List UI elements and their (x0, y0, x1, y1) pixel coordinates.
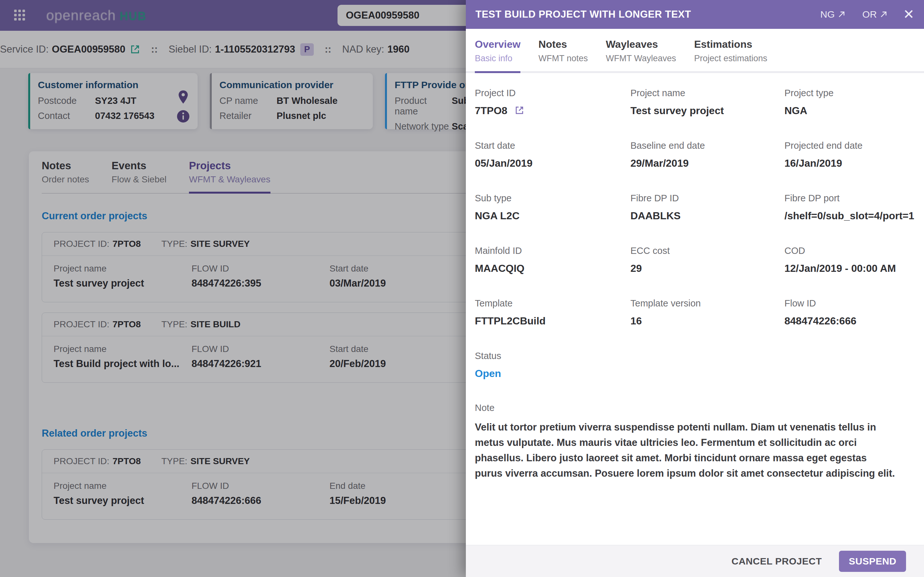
panel-tab-wayleaves[interactable]: Wayleaves WFMT Wayleaves (606, 39, 676, 73)
cancel-project-button[interactable]: CANCEL PROJECT (730, 556, 824, 567)
ng-link[interactable]: NG (821, 9, 846, 20)
panel-field-fibre-dp-id: Fibre DP ID DAABLKS (630, 193, 784, 222)
panel-field-note: Note Velit ut tortor pretium viverra sus… (475, 403, 896, 481)
panel-field-sub-type: Sub type NGA L2C (475, 193, 630, 222)
panel-fields-grid: Project ID 7TPO8 Project name Test surve… (475, 88, 896, 327)
panel-header: TEST BUILD PROJECT WITH LONGER TEXT NG O… (466, 0, 924, 29)
panel-field-fibre-dp-port: Fibre DP port /shelf=0/sub_slot=4/port=1 (784, 193, 914, 222)
note-text: Velit ut tortor pretium viverra suspendi… (475, 420, 896, 481)
panel-body: Project ID 7TPO8 Project name Test surve… (466, 73, 924, 545)
panel-field-status: Status Open (475, 351, 896, 380)
panel-footer: CANCEL PROJECT SUSPEND (466, 545, 924, 577)
close-icon[interactable]: ✕ (903, 8, 914, 21)
panel-field-ecc-cost: ECC cost 29 (630, 245, 784, 274)
panel-field-flow-id: Flow ID 848474226:666 (784, 298, 914, 327)
panel-tab-bar: Overview Basic info Notes WFMT notes Way… (466, 29, 924, 73)
open-in-new-icon (837, 10, 846, 19)
panel-tab-estimations[interactable]: Estimations Project estimations (694, 39, 767, 73)
project-detail-panel: TEST BUILD PROJECT WITH LONGER TEXT NG O… (466, 0, 924, 577)
external-link-icon[interactable] (515, 105, 524, 115)
open-in-new-icon (879, 10, 888, 19)
panel-field-baseline-end-date: Baseline end date 29/Mar/2019 (630, 140, 784, 169)
panel-field-template-version: Template version 16 (630, 298, 784, 327)
panel-field-template: Template FTTPL2CBuild (475, 298, 630, 327)
screen: openreach HUB Service ID: OGEA00959580 :… (0, 0, 924, 577)
panel-field-cod: COD 12/Jan/2019 - 00:00 AM (784, 245, 914, 274)
panel-field-project-type: Project type NGA (784, 88, 914, 117)
panel-field-project-name: Project name Test survey project (630, 88, 784, 117)
panel-tab-overview[interactable]: Overview Basic info (475, 39, 520, 73)
panel-tab-notes[interactable]: Notes WFMT notes (538, 39, 588, 73)
suspend-button[interactable]: SUSPEND (839, 551, 906, 572)
panel-field-project-id: Project ID 7TPO8 (475, 88, 630, 117)
panel-field-projected-end-date: Projected end date 16/Jan/2019 (784, 140, 914, 169)
or-link[interactable]: OR (863, 9, 888, 20)
panel-field-start-date: Start date 05/Jan/2019 (475, 140, 630, 169)
panel-field-mainfold-id: Mainfold ID MAACQIQ (475, 245, 630, 274)
panel-title: TEST BUILD PROJECT WITH LONGER TEXT (475, 9, 804, 20)
status-value: Open (475, 367, 896, 380)
